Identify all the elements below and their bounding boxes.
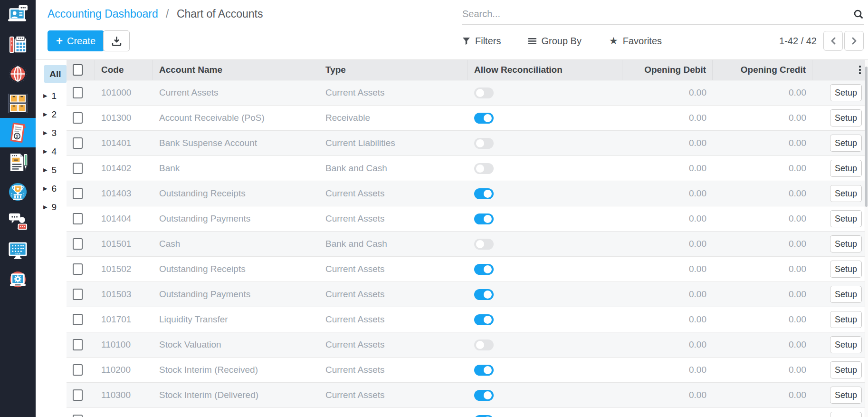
code-cell: 101502: [95, 257, 153, 281]
row-checkbox[interactable]: [73, 137, 83, 149]
allow-reconciliation-toggle[interactable]: [474, 415, 494, 417]
reconciliation-cell: [468, 332, 622, 357]
breadcrumb-parent-link[interactable]: Accounting Dashboard: [48, 8, 158, 20]
row-checkbox[interactable]: [73, 263, 83, 275]
row-checkbox[interactable]: [73, 188, 83, 199]
opening-credit-cell: 0.00: [713, 80, 812, 105]
row-checkbox[interactable]: [73, 112, 83, 124]
setup-button[interactable]: Setup: [830, 261, 862, 278]
table-row[interactable]: 110200 Stock Interim (Received) Current …: [67, 358, 868, 383]
allow-reconciliation-toggle[interactable]: [474, 339, 494, 350]
setup-button[interactable]: Setup: [830, 160, 862, 177]
row-checkbox[interactable]: [73, 389, 83, 401]
allow-reconciliation-toggle[interactable]: [474, 365, 494, 376]
allow-reconciliation-toggle[interactable]: [474, 264, 494, 275]
type-cell: Current Assets: [319, 332, 468, 357]
table-row[interactable]: 101000 Current Assets Current Assets 0.0…: [67, 80, 868, 106]
optional-columns-icon[interactable]: [858, 64, 862, 76]
setup-button[interactable]: Setup: [830, 412, 862, 417]
setup-button[interactable]: Setup: [830, 336, 862, 353]
setup-button[interactable]: Setup: [830, 387, 862, 404]
table-row[interactable]: 101501 Cash Bank and Cash 0.00 0.00 Setu…: [67, 232, 868, 257]
group-filter-item[interactable]: ▶ 3: [36, 124, 67, 142]
allow-reconciliation-toggle[interactable]: [474, 87, 494, 98]
setup-button[interactable]: Setup: [830, 361, 862, 378]
setup-button[interactable]: Setup: [830, 210, 862, 227]
pager-previous-button[interactable]: [823, 31, 843, 51]
sidebar-item-accounting[interactable]: $: [0, 118, 36, 147]
table-row[interactable]: 121000 Account Receivable Receivable 0.0…: [67, 408, 868, 417]
group-filter-item[interactable]: ▶ 9: [36, 198, 67, 216]
allow-reconciliation-toggle[interactable]: [474, 138, 494, 149]
sidebar-item-events[interactable]: [0, 177, 36, 206]
allow-reconciliation-toggle[interactable]: [474, 163, 494, 174]
column-header-allow-reconciliation[interactable]: Allow Reconciliation: [468, 60, 622, 80]
table-row[interactable]: 110100 Stock Valuation Current Assets 0.…: [67, 332, 868, 358]
vertical-scrollbar[interactable]: [865, 60, 868, 417]
allow-reconciliation-toggle[interactable]: [474, 239, 494, 250]
create-button[interactable]: + Create: [48, 30, 104, 51]
row-checkbox[interactable]: [73, 364, 83, 376]
scrollbar-thumb[interactable]: [865, 67, 868, 207]
table-row[interactable]: 101300 Account Receivable (PoS) Receivab…: [67, 106, 868, 131]
table-row[interactable]: 101402 Bank Bank and Cash 0.00 0.00 Setu…: [67, 156, 868, 181]
sidebar-item-inventory[interactable]: [0, 88, 36, 118]
sidebar-item-dashboards[interactable]: [0, 236, 36, 265]
sidebar-item-contacts[interactable]: [0, 0, 36, 29]
row-checkbox[interactable]: [73, 314, 83, 325]
table-row[interactable]: 101503 Outstanding Payments Current Asse…: [67, 282, 868, 307]
select-all-checkbox[interactable]: [73, 64, 83, 76]
favorites-button[interactable]: ★ Favorites: [609, 35, 662, 47]
table-row[interactable]: 101401 Bank Suspense Account Current Lia…: [67, 131, 868, 156]
row-checkbox[interactable]: [73, 415, 83, 417]
group-filter-item[interactable]: ▶ 1: [36, 87, 67, 105]
allow-reconciliation-toggle[interactable]: [474, 113, 494, 124]
setup-button[interactable]: Setup: [830, 84, 862, 101]
table-row[interactable]: 101502 Outstanding Receipts Current Asse…: [67, 257, 868, 282]
table-row[interactable]: 101701 Liquidity Transfer Current Assets…: [67, 307, 868, 332]
group-filter-item[interactable]: ▶ 6: [36, 179, 67, 198]
search-icon[interactable]: [853, 9, 864, 19]
sidebar-item-discuss[interactable]: [0, 206, 36, 236]
reconciliation-cell: [468, 257, 622, 281]
allow-reconciliation-toggle[interactable]: [474, 314, 494, 325]
setup-button[interactable]: Setup: [830, 135, 862, 152]
setup-button[interactable]: Setup: [830, 311, 862, 328]
row-checkbox[interactable]: [73, 238, 83, 250]
table-row[interactable]: 110300 Stock Interim (Delivered) Current…: [67, 383, 868, 408]
table-row[interactable]: 101404 Outstanding Payments Current Asse…: [67, 206, 868, 232]
sidebar-item-website[interactable]: [0, 59, 36, 88]
setup-button[interactable]: Setup: [830, 185, 862, 202]
column-header-opening-debit[interactable]: Opening Debit: [622, 60, 713, 80]
group-filter-all[interactable]: All: [44, 65, 67, 83]
setup-button[interactable]: Setup: [830, 286, 862, 303]
row-checkbox[interactable]: [73, 87, 83, 98]
row-checkbox[interactable]: [73, 289, 83, 300]
column-header-code[interactable]: Code: [95, 60, 153, 80]
inventory-app-icon: [7, 92, 29, 115]
row-checkbox[interactable]: [73, 339, 83, 350]
allow-reconciliation-toggle[interactable]: [474, 289, 494, 300]
group-filter-item[interactable]: ▶ 2: [36, 105, 67, 124]
search-input[interactable]: [462, 9, 853, 19]
pager-next-button[interactable]: [844, 31, 864, 51]
table-row[interactable]: 101403 Outstanding Receipts Current Asse…: [67, 181, 868, 206]
group-filter-item[interactable]: ▶ 5: [36, 161, 67, 179]
row-checkbox[interactable]: [73, 163, 83, 174]
allow-reconciliation-toggle[interactable]: [474, 188, 494, 199]
column-header-account-name[interactable]: Account Name: [153, 60, 319, 80]
setup-button[interactable]: Setup: [830, 109, 862, 126]
export-button[interactable]: [103, 30, 130, 51]
sidebar-item-sign[interactable]: [0, 147, 36, 177]
group-filter-item[interactable]: ▶ 4: [36, 142, 67, 161]
column-header-opening-credit[interactable]: Opening Credit: [713, 60, 812, 80]
row-checkbox[interactable]: [73, 213, 83, 224]
allow-reconciliation-toggle[interactable]: [474, 390, 494, 401]
setup-button[interactable]: Setup: [830, 235, 862, 252]
column-header-type[interactable]: Type: [319, 60, 468, 80]
allow-reconciliation-toggle[interactable]: [474, 213, 494, 224]
group-by-button[interactable]: Group By: [528, 36, 581, 47]
sidebar-item-point-of-sale[interactable]: [0, 29, 36, 59]
filters-button[interactable]: Filters: [462, 36, 501, 47]
sidebar-item-settings[interactable]: [0, 265, 36, 295]
